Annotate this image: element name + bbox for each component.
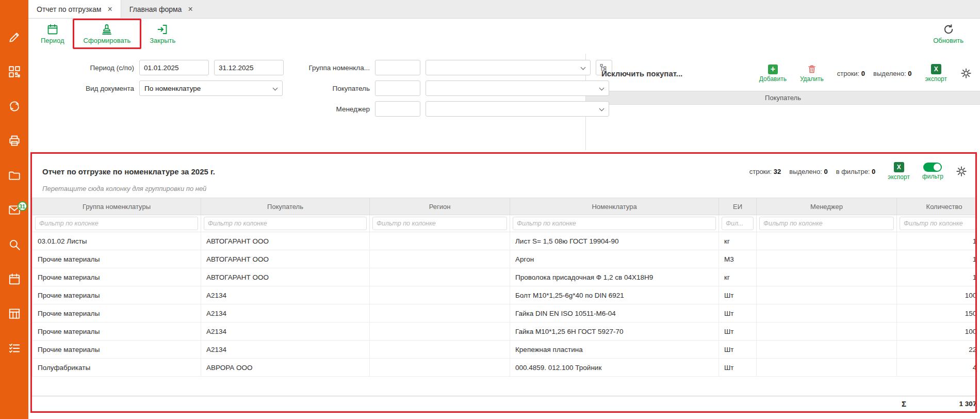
- export-excel-button[interactable]: X экспорт: [888, 162, 910, 181]
- report-title: Отчет по отгрузке по номенклатуре за 202…: [42, 167, 215, 176]
- period-range-label: Период (с/по): [28, 64, 139, 72]
- chevron-down-icon: [581, 65, 586, 70]
- column-header[interactable]: Количество: [897, 198, 976, 215]
- table-cell: АВТОГАРАНТ ООО: [201, 268, 370, 286]
- period-to-input[interactable]: [214, 60, 284, 75]
- table-row[interactable]: Прочие материалыА2134Гайка М10*1,25 6Н Г…: [32, 323, 976, 341]
- tab-shipment-report[interactable]: Отчет по отгрузкам ×: [28, 0, 121, 18]
- filter-toggle[interactable]: фильтр: [922, 163, 943, 180]
- table-row[interactable]: Прочие материалыА2134Болт М10*1,25-6g*40…: [32, 286, 976, 304]
- column-header[interactable]: Группа номенклатуры: [32, 198, 201, 215]
- column-filter-input[interactable]: [35, 217, 198, 230]
- table-cell: АВТОГАРАНТ ООО: [201, 232, 370, 250]
- mail-icon[interactable]: 31: [7, 203, 22, 217]
- search-icon[interactable]: [7, 237, 22, 252]
- printer-icon[interactable]: [7, 134, 22, 148]
- column-header[interactable]: Регион: [370, 198, 510, 215]
- buyer-select[interactable]: [426, 80, 609, 96]
- delete-button[interactable]: Удалить: [800, 64, 824, 83]
- trash-icon: [807, 64, 817, 74]
- rows-count-value: 32: [774, 168, 781, 175]
- rows-count-value: 0: [861, 70, 865, 77]
- buyer-label: Покупатель: [286, 85, 375, 92]
- qr-grid-icon[interactable]: [7, 65, 22, 79]
- table-cell: Прочие материалы: [32, 304, 201, 323]
- column-filter-input[interactable]: [513, 217, 716, 230]
- manager-label: Менеджер: [286, 105, 375, 113]
- table-cell: [370, 250, 510, 268]
- table-row[interactable]: Прочие материалыА2134Гайка DIN EN ISO 10…: [32, 304, 976, 323]
- table-row[interactable]: ПолуфабрикатыАВРОРА ООО000.4859. 012.100…: [32, 359, 976, 377]
- exclude-panel-stats: строки: 0 выделено: 0: [837, 70, 912, 77]
- edit-icon[interactable]: [7, 30, 22, 44]
- summary-quantity-cell: Σ 1 307.26: [896, 399, 977, 408]
- tasks-icon[interactable]: [7, 341, 22, 356]
- exclude-panel-title: Исключить покупат...: [601, 69, 682, 78]
- export-excel-button[interactable]: X экспорт: [925, 64, 947, 83]
- add-button-label: Добавить: [759, 75, 787, 83]
- period-button[interactable]: Период: [36, 21, 70, 46]
- table-cell: [757, 359, 897, 377]
- in-filter-count-label: в фильтре:: [836, 168, 870, 175]
- table-cell: Шт: [719, 341, 757, 359]
- table-cell: Лист S= 1,5 08ю ГОСТ 19904-90: [510, 232, 719, 250]
- column-filter-input[interactable]: [759, 217, 894, 230]
- close-icon[interactable]: ×: [107, 5, 112, 13]
- close-form-button[interactable]: Закрыть: [144, 21, 181, 46]
- table-row[interactable]: Прочие материалыАВТОГАРАНТ ОООПроволока …: [32, 268, 976, 286]
- table-cell: [370, 323, 510, 341]
- manager-select[interactable]: [426, 101, 609, 117]
- settings-button[interactable]: [960, 68, 972, 79]
- manager-code-input[interactable]: [375, 101, 420, 117]
- table-cell: [370, 286, 510, 304]
- rows-count-label: строки:: [749, 168, 772, 175]
- gear-icon: [956, 166, 967, 177]
- calendar-icon[interactable]: [7, 272, 22, 286]
- annotation-rect-report: Отчет по отгрузке по номенклатуре за 202…: [30, 152, 977, 413]
- column-header[interactable]: Покупатель: [201, 198, 370, 215]
- table-cell: Шт: [719, 304, 757, 323]
- period-from-input[interactable]: [139, 60, 209, 75]
- doc-type-select[interactable]: По номенклатуре: [139, 80, 283, 96]
- column-header[interactable]: Номенклатура: [510, 198, 719, 215]
- table-row[interactable]: Прочие материалыАВТОГАРАНТ ОООАргонМ31.0…: [32, 250, 976, 268]
- nomenclature-group-select[interactable]: [426, 60, 591, 75]
- table-cell: [757, 232, 897, 250]
- add-button[interactable]: + Добавить: [759, 65, 787, 83]
- exclude-column-header[interactable]: Покупатель: [586, 91, 980, 105]
- excel-icon: X: [894, 162, 904, 172]
- buyer-code-input[interactable]: [375, 80, 420, 96]
- table-cell: [757, 323, 897, 341]
- table-cell: АВРОРА ООО: [201, 359, 370, 377]
- close-icon[interactable]: ×: [188, 5, 192, 13]
- table-cell: Шт: [719, 359, 757, 377]
- selected-count-label: выделено:: [789, 168, 822, 175]
- table-cell: Болт М10*1,25-6g*40 по DIN 6921: [510, 286, 719, 304]
- tab-main-form[interactable]: Главная форма ×: [121, 0, 201, 18]
- table-filter-row: [32, 215, 976, 232]
- main-area: Отчет по отгрузкам × Главная форма × Пер…: [28, 0, 980, 419]
- column-filter-input[interactable]: [722, 217, 754, 230]
- table-row[interactable]: 03.01.02 ЛистыАВТОГАРАНТ ОООЛист S= 1,5 …: [32, 232, 976, 250]
- sync-icon[interactable]: [7, 99, 22, 114]
- column-filter-input[interactable]: [372, 217, 507, 230]
- column-header[interactable]: Менеджер: [757, 198, 897, 215]
- table-cell: [370, 268, 510, 286]
- refresh-button[interactable]: Обновить: [928, 21, 969, 46]
- generate-button[interactable]: Сформировать: [78, 21, 136, 46]
- column-filter-input[interactable]: [204, 217, 367, 230]
- table-row[interactable]: Прочие материалыА2134Крепежная пластинаШ…: [32, 341, 976, 359]
- table-header-row: Группа номенклатуры Покупатель Регион Но…: [32, 198, 976, 215]
- folder-icon[interactable]: [7, 168, 22, 183]
- report-grid-icon[interactable]: [7, 307, 22, 321]
- toggle-on-icon[interactable]: [923, 163, 942, 172]
- table-cell: [757, 268, 897, 286]
- column-filter-input[interactable]: [900, 217, 975, 230]
- period-button-label: Период: [41, 37, 64, 44]
- selected-count-label: выделено:: [873, 70, 906, 77]
- settings-button[interactable]: [956, 166, 967, 177]
- table-cell: А2134: [201, 341, 370, 359]
- nomenclature-group-label: Группа номенкла...: [286, 64, 375, 72]
- nomenclature-group-code-input[interactable]: [375, 60, 420, 75]
- column-header[interactable]: ЕИ: [719, 198, 757, 215]
